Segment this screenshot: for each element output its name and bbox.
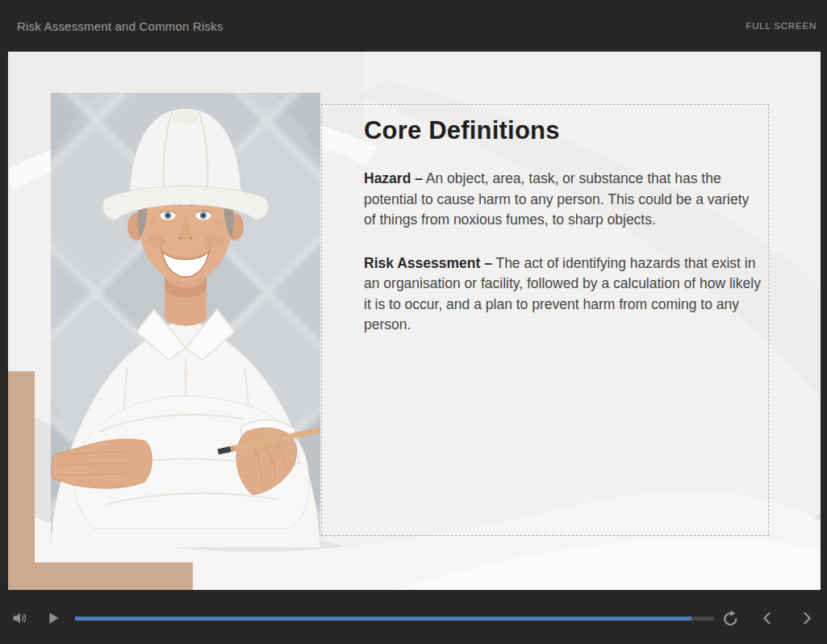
- definition-risk-assessment: Risk Assessment – The act of identifying…: [364, 253, 764, 336]
- next-button[interactable]: [799, 610, 815, 626]
- course-player: Risk Assessment and Common Risks FULL SC…: [0, 0, 827, 644]
- tan-accent-horizontal: [8, 562, 193, 590]
- speaker-icon: [10, 609, 28, 627]
- slide-title: Core Definitions: [364, 116, 764, 145]
- play-icon: [44, 609, 62, 627]
- definition-hazard-term: Hazard –: [364, 170, 423, 186]
- course-title: Risk Assessment and Common Risks: [17, 19, 223, 33]
- seek-bar[interactable]: [75, 617, 714, 621]
- worker-photo: [51, 93, 320, 547]
- volume-button[interactable]: [10, 609, 28, 627]
- definition-risk-assessment-term: Risk Assessment –: [364, 255, 492, 271]
- definition-hazard: Hazard – An object, area, task, or subst…: [364, 169, 764, 231]
- chevron-right-icon: [799, 610, 815, 626]
- fullscreen-button[interactable]: FULL SCREEN: [746, 21, 817, 31]
- replay-button[interactable]: [720, 608, 740, 628]
- slide-content: Core Definitions Hazard – An object, are…: [364, 116, 764, 358]
- slide-stage: Core Definitions Hazard – An object, are…: [8, 52, 821, 590]
- replay-icon: [720, 608, 740, 628]
- previous-button[interactable]: [759, 610, 775, 626]
- player-bar: [0, 590, 827, 644]
- tan-accent-vertical: [8, 371, 35, 590]
- progress-fill: [75, 617, 691, 621]
- chevron-left-icon: [759, 610, 775, 626]
- play-button[interactable]: [44, 609, 62, 627]
- top-bar: Risk Assessment and Common Risks FULL SC…: [0, 0, 827, 52]
